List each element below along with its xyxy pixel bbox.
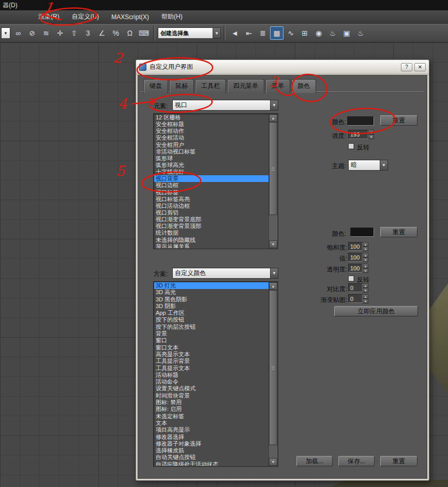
list-item[interactable]: 3D 黑色阴影: [154, 296, 268, 303]
chevron-down-icon[interactable]: ▼: [270, 100, 278, 110]
close-button[interactable]: ✕: [414, 63, 426, 71]
list-item[interactable]: 图标: 禁用: [154, 399, 268, 406]
select-and-place-icon[interactable]: ⇧: [67, 26, 81, 40]
list-item[interactable]: 时间滑块背景: [154, 392, 268, 399]
spinner-up-icon[interactable]: ▴: [363, 294, 368, 299]
list-item[interactable]: 安全框动作: [154, 128, 268, 134]
named-selection-set-combo[interactable]: 创建选择集 ▼: [158, 27, 221, 39]
list-item[interactable]: 按下的按钮: [154, 316, 268, 323]
menu-item-overflow[interactable]: 器(D): [3, 1, 18, 10]
list-item[interactable]: 非活动视口标签: [154, 148, 268, 155]
percent-snap-icon[interactable]: %: [109, 26, 123, 40]
tab[interactable]: 鼠标: [169, 79, 194, 93]
contrast-field[interactable]: 0: [348, 283, 363, 292]
angle-snap-icon[interactable]: ∠: [95, 26, 109, 40]
scroll-down-icon[interactable]: ▼: [269, 458, 277, 466]
theme-combo[interactable]: 暗 ▼: [348, 160, 388, 171]
menu-item[interactable]: 渲染(R): [32, 10, 66, 23]
list-item[interactable]: 安全框用户: [154, 142, 268, 148]
spinner-up-icon[interactable]: ▴: [363, 253, 368, 257]
list-item[interactable]: 未选择的隐藏线: [154, 237, 268, 244]
list-item[interactable]: 视口标签: [154, 189, 268, 196]
align-icon[interactable]: ⇤: [242, 26, 256, 40]
list-item[interactable]: 显示从属关系: [154, 244, 268, 248]
list-item[interactable]: 高亮显示文本: [154, 351, 268, 358]
tab[interactable]: 菜单: [265, 79, 290, 93]
list-item[interactable]: 窗口: [154, 337, 268, 344]
spinner-down-icon[interactable]: ▾: [363, 257, 368, 262]
spinner-down-icon[interactable]: ▾: [368, 134, 374, 139]
intensity-field[interactable]: 193: [348, 130, 368, 139]
scrollbar-thumb[interactable]: [269, 290, 277, 445]
dialog-titlebar[interactable]: 自定义用户界面 ? ✕: [136, 60, 429, 74]
list-item[interactable]: 工具提示文本: [154, 365, 268, 372]
schematic-view-icon[interactable]: ⊞: [298, 26, 311, 40]
material-editor-icon[interactable]: ◉: [312, 26, 325, 40]
list-item[interactable]: 视口渐变背景底部: [154, 216, 268, 223]
list-item[interactable]: 文本: [154, 420, 268, 427]
scroll-up-icon[interactable]: ▲: [269, 114, 277, 122]
toolbar-combo-stub[interactable]: ▼: [1, 27, 10, 39]
menu-item[interactable]: 自定义(U): [66, 10, 106, 23]
list-item[interactable]: 活动命令: [154, 378, 268, 385]
tab[interactable]: 四元菜单: [227, 79, 264, 93]
scrollbar[interactable]: ▲ ▼: [268, 114, 277, 248]
list-item[interactable]: 12 区栅格: [154, 114, 268, 121]
list-item[interactable]: 项目高亮显示: [154, 427, 268, 433]
tab[interactable]: 工具栏: [195, 79, 226, 93]
list-item[interactable]: 按下的层次按钮: [154, 324, 268, 330]
list-item[interactable]: 自适应降级处于活动状态: [154, 461, 268, 466]
invert-checkbox[interactable]: [348, 143, 354, 149]
graphite-ribbon-icon[interactable]: ▦: [270, 26, 283, 40]
spinner-down-icon[interactable]: ▾: [363, 288, 368, 293]
list-item[interactable]: 活动标题: [154, 372, 268, 378]
render-production-icon[interactable]: ♨: [354, 26, 367, 40]
list-item[interactable]: 3D 高光: [154, 289, 268, 296]
list-item[interactable]: 视口背景: [154, 175, 268, 182]
curve-editor-icon[interactable]: ∿: [284, 26, 297, 40]
spinner-snap-icon[interactable]: Ω: [123, 26, 137, 40]
gradient-map-field[interactable]: 0: [348, 294, 363, 303]
scheme-reset-color-button[interactable]: 重置: [380, 227, 417, 237]
keyboard-override-icon[interactable]: ⌨: [137, 26, 151, 40]
list-item[interactable]: 十字线光标: [154, 169, 268, 175]
scroll-down-icon[interactable]: ▼: [269, 240, 277, 248]
color-swatch[interactable]: [347, 116, 374, 126]
list-item[interactable]: 视口标签高亮: [154, 196, 268, 203]
track-view-icon[interactable]: ◄: [228, 26, 242, 40]
spinner-up-icon[interactable]: ▴: [363, 283, 368, 288]
list-item[interactable]: 安全框活动: [154, 134, 268, 141]
list-item[interactable]: 窗口文本: [154, 344, 268, 351]
spinner-up-icon[interactable]: ▴: [368, 130, 374, 134]
tab[interactable]: 键盘: [143, 79, 168, 93]
list-item[interactable]: 选择橡皮筋: [154, 447, 268, 454]
chevron-down-icon[interactable]: ▼: [380, 160, 387, 170]
spinner-up-icon[interactable]: ▴: [363, 264, 368, 268]
list-item[interactable]: 修改器子对象选择: [154, 440, 268, 447]
layer-manager-icon[interactable]: ≣: [256, 26, 270, 40]
apply-colors-now-button[interactable]: 立即应用颜色: [334, 306, 418, 316]
list-item[interactable]: 视口渐变背景顶部: [154, 223, 268, 230]
scheme-combo[interactable]: 自定义颜色 ▼: [172, 268, 278, 279]
load-button[interactable]: 加载...: [296, 456, 333, 466]
render-setup-icon[interactable]: ♨: [326, 26, 339, 40]
spinner-down-icon[interactable]: ▾: [363, 268, 368, 273]
scrollbar-thumb[interactable]: [269, 122, 277, 215]
list-item[interactable]: 背景: [154, 330, 268, 337]
tab[interactable]: 颜色: [291, 79, 316, 93]
menu-item[interactable]: 帮助(H): [155, 10, 189, 23]
list-item[interactable]: 未选定标签: [154, 413, 268, 420]
list-item[interactable]: 安全框标题: [154, 121, 268, 128]
reset-color-button[interactable]: 重置: [380, 115, 417, 126]
value-field[interactable]: 100: [348, 253, 363, 262]
chevron-down-icon[interactable]: ▼: [270, 268, 278, 278]
scroll-up-icon[interactable]: ▲: [269, 282, 277, 290]
scrollbar[interactable]: ▲ ▼: [268, 282, 277, 466]
list-item[interactable]: 统计数据: [154, 230, 268, 236]
list-item[interactable]: 视口边框: [154, 182, 268, 189]
select-and-link-icon[interactable]: ∞: [11, 26, 25, 40]
saturation-field[interactable]: 100: [348, 242, 363, 251]
reset-button[interactable]: 重置: [380, 456, 417, 466]
list-item[interactable]: 视口活动边框: [154, 203, 268, 209]
bind-to-space-warp-icon[interactable]: ≋: [39, 26, 53, 40]
